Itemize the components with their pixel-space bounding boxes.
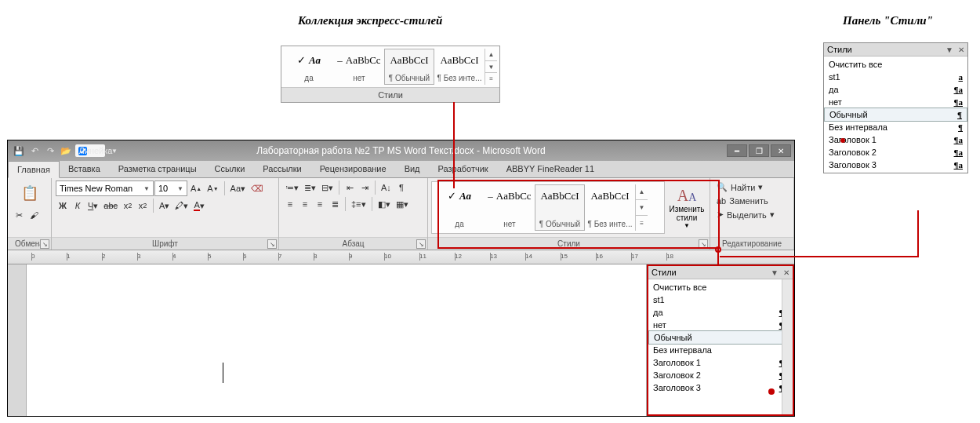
pane-options-icon[interactable]: ▼ bbox=[771, 268, 779, 277]
quick-styles-gallery-callout: ✓ Aa да – AaBbCc нет AaBbCcI ¶ Обычный A… bbox=[281, 46, 500, 103]
align-left-button[interactable]: ≡ bbox=[283, 197, 297, 211]
style-gallery-item[interactable]: – AaBbCc нет bbox=[334, 49, 384, 85]
document-page[interactable] bbox=[27, 264, 647, 416]
align-center-button[interactable]: ≡ bbox=[298, 197, 312, 211]
format-painter-button[interactable]: 🖌 bbox=[27, 208, 41, 222]
qat-redo-icon[interactable]: ↷ bbox=[44, 144, 56, 157]
window-close-button[interactable]: ✕ bbox=[771, 144, 791, 157]
change-case-button[interactable]: Aa▾ bbox=[228, 181, 248, 195]
align-right-button[interactable]: ≡ bbox=[313, 197, 327, 211]
grow-font-button[interactable]: A▲ bbox=[188, 181, 204, 195]
justify-button[interactable]: ≣ bbox=[328, 197, 342, 211]
clear-formatting-button[interactable]: ⌫ bbox=[249, 181, 266, 195]
tab-layout[interactable]: Разметка страницы bbox=[110, 161, 206, 177]
underline-button[interactable]: Ч▾ bbox=[85, 199, 100, 213]
numbering-button[interactable]: ≣▾ bbox=[302, 181, 318, 195]
tab-abbyy[interactable]: ABBYY FineReader 11 bbox=[498, 161, 604, 177]
gallery-scroll-down[interactable]: ▼ bbox=[485, 61, 497, 74]
style-gallery-item[interactable]: AaBbCcI ¶ Обычный bbox=[535, 184, 585, 231]
style-gallery-item[interactable]: AaBbCcI ¶ Без инте... bbox=[434, 49, 485, 85]
pane-close-icon[interactable]: ✕ bbox=[958, 46, 964, 54]
style-row[interactable]: st1a bbox=[648, 294, 793, 306]
superscript-button[interactable]: x2 bbox=[136, 199, 150, 213]
qat-ruler-toggle[interactable]: Линейка bbox=[75, 144, 105, 157]
style-gallery-item[interactable]: AaBbCcI ¶ Обычный bbox=[384, 49, 434, 85]
tab-insert[interactable]: Вставка bbox=[60, 161, 110, 177]
change-styles-button[interactable]: AA Изменить стили ▼ bbox=[667, 181, 706, 234]
style-row[interactable]: Очистить все bbox=[824, 58, 967, 71]
style-row[interactable]: да¶a bbox=[648, 306, 793, 319]
style-gallery-item[interactable]: ✓ Aa да bbox=[284, 49, 334, 85]
window-minimize-button[interactable]: ━ bbox=[727, 144, 747, 157]
font-name-combo[interactable]: Times New Roman▼ bbox=[56, 181, 154, 196]
tab-developer[interactable]: Разработчик bbox=[430, 161, 498, 177]
style-row[interactable]: Без интервала¶ bbox=[824, 121, 967, 133]
style-row[interactable]: да¶a bbox=[824, 83, 967, 96]
paste-button[interactable]: 📋 bbox=[12, 181, 47, 206]
clipboard-launcher[interactable]: ↘ bbox=[40, 239, 49, 249]
tab-mailings[interactable]: Рассылки bbox=[254, 161, 310, 177]
font-launcher[interactable]: ↘ bbox=[267, 239, 277, 249]
bullets-button[interactable]: ≔▾ bbox=[283, 181, 301, 195]
show-marks-button[interactable]: ¶ bbox=[394, 181, 408, 195]
outdent-button[interactable]: ⇤ bbox=[343, 181, 357, 195]
style-gallery-item[interactable]: ✓ Aa да bbox=[434, 184, 485, 231]
sort-button[interactable]: A↓ bbox=[379, 181, 394, 195]
qat-more-icon[interactable]: ▼ bbox=[108, 144, 121, 157]
qat-save-icon[interactable]: 💾 bbox=[13, 144, 25, 157]
style-gallery-item[interactable]: – AaBbCc нет bbox=[485, 184, 535, 231]
style-gallery-item[interactable]: AaBbCcI ¶ Без инте... bbox=[585, 184, 635, 231]
subscript-button[interactable]: x2 bbox=[121, 199, 135, 213]
font-size-combo[interactable]: 10▼ bbox=[154, 181, 187, 196]
style-row[interactable]: Очистить все bbox=[648, 281, 793, 294]
styles-launcher[interactable]: ↘ bbox=[699, 239, 708, 249]
shading-button[interactable]: ◧▾ bbox=[376, 197, 393, 211]
gallery-scroll-up[interactable]: ▲ bbox=[485, 49, 497, 61]
vertical-ruler[interactable] bbox=[8, 264, 27, 416]
select-button[interactable]: ➤Выделить ▾ bbox=[714, 208, 789, 221]
paragraph-launcher[interactable]: ↘ bbox=[416, 239, 426, 249]
window-maximize-button[interactable]: ❐ bbox=[749, 144, 769, 157]
indent-button[interactable]: ⇥ bbox=[358, 181, 372, 195]
qat-undo-icon[interactable]: ↶ bbox=[28, 144, 41, 157]
horizontal-ruler[interactable]: 0123456789101112131415161718 bbox=[8, 250, 794, 264]
style-row[interactable]: Обычный¶ bbox=[824, 108, 967, 122]
find-button[interactable]: 🔍Найти ▾ bbox=[714, 181, 789, 194]
gallery-more[interactable]: ≡ bbox=[485, 73, 497, 85]
style-row[interactable]: Заголовок 1¶a bbox=[648, 356, 793, 369]
replace-button[interactable]: abЗаменить bbox=[714, 195, 789, 207]
cut-button[interactable]: ✂ bbox=[12, 208, 26, 222]
multilevel-button[interactable]: ⊟▾ bbox=[319, 181, 336, 195]
text-effects-button[interactable]: A▾ bbox=[157, 199, 172, 213]
style-row[interactable]: Обычный¶ bbox=[648, 330, 793, 345]
tab-view[interactable]: Вид bbox=[396, 161, 430, 177]
style-row[interactable]: нет¶a bbox=[824, 96, 967, 108]
pane-close-icon[interactable]: ✕ bbox=[783, 268, 789, 277]
highlight-button[interactable]: 🖍▾ bbox=[172, 199, 191, 213]
borders-button[interactable]: ▦▾ bbox=[394, 197, 411, 211]
gallery-section-title: Стили bbox=[281, 88, 499, 102]
pane-options-icon[interactable]: ▼ bbox=[946, 46, 953, 54]
qat-open-icon[interactable]: 📂 bbox=[60, 144, 72, 157]
style-row[interactable]: Заголовок 1¶a bbox=[824, 133, 967, 146]
ribbon-tabs: Главная Вставка Разметка страницы Ссылки… bbox=[8, 161, 794, 178]
style-row[interactable]: Заголовок 3¶a bbox=[824, 159, 967, 171]
tab-home[interactable]: Главная bbox=[8, 161, 60, 178]
font-color-button[interactable]: A▾ bbox=[191, 199, 206, 213]
bold-button[interactable]: Ж bbox=[56, 199, 70, 213]
style-row[interactable]: Заголовок 2¶a bbox=[824, 146, 967, 159]
style-row[interactable]: Без интервала¶ bbox=[648, 344, 793, 356]
line-spacing-button[interactable]: ‡≡▾ bbox=[349, 197, 368, 211]
gallery-scroll-down[interactable]: ▼ bbox=[636, 200, 648, 216]
shrink-font-button[interactable]: A▼ bbox=[205, 181, 220, 195]
style-row[interactable]: нет¶a bbox=[648, 319, 793, 331]
style-row[interactable]: st1a bbox=[824, 71, 967, 83]
scrollbar[interactable] bbox=[782, 279, 793, 414]
tab-references[interactable]: Ссылки bbox=[206, 161, 255, 177]
gallery-scroll-up[interactable]: ▲ bbox=[636, 184, 648, 200]
strike-button[interactable]: abc bbox=[101, 199, 120, 213]
italic-button[interactable]: К bbox=[71, 199, 85, 213]
style-row[interactable]: Заголовок 2¶a bbox=[648, 369, 793, 381]
tab-review[interactable]: Рецензирование bbox=[311, 161, 396, 177]
gallery-more[interactable]: ≡ bbox=[636, 216, 648, 231]
